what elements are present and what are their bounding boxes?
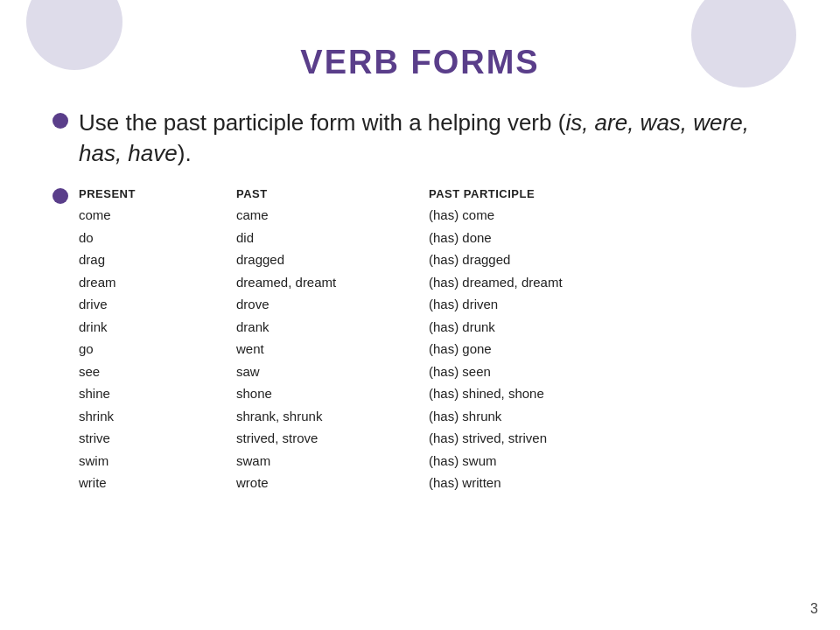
header-past-participle: PAST PARTICIPLE: [429, 185, 674, 204]
page-number: 3: [810, 601, 818, 617]
header-present: PRESENT: [79, 185, 236, 204]
table-row: (has) shined, shone: [429, 382, 674, 405]
table-row: (has) dreamed, dreamt: [429, 271, 674, 294]
table-row: strived, strove: [236, 427, 429, 450]
table-row: wrote: [236, 472, 429, 494]
verb-table-section: PRESENT PAST PAST PARTICIPLE comecame(ha…: [52, 185, 788, 494]
page-container: VERB FORMS Use the past participle form …: [0, 0, 840, 630]
table-row: (has) swum: [429, 450, 674, 472]
table-row: dream: [79, 271, 236, 294]
table-row: come: [79, 204, 236, 227]
table-row: (has) done: [429, 227, 674, 249]
table-row: go: [79, 338, 236, 360]
table-row: (has) strived, striven: [429, 427, 674, 450]
intro-text: Use the past participle form with a help…: [79, 108, 788, 169]
bullet-icon: [52, 113, 68, 129]
table-row: swim: [79, 450, 236, 472]
table-row: (has) come: [429, 204, 674, 227]
table-row: drove: [236, 293, 429, 316]
verb-table: PRESENT PAST PAST PARTICIPLE comecame(ha…: [79, 185, 674, 494]
table-row: (has) drunk: [429, 316, 674, 339]
table-row: drive: [79, 293, 236, 316]
table-row: dragged: [236, 248, 429, 271]
table-row: came: [236, 204, 429, 227]
table-row: do: [79, 227, 236, 249]
table-row: drag: [79, 248, 236, 271]
table-row: (has) seen: [429, 360, 674, 383]
table-row: drank: [236, 316, 429, 339]
table-row: (has) driven: [429, 293, 674, 316]
table-row: (has) shrunk: [429, 405, 674, 428]
table-bullet-icon: [52, 188, 68, 204]
table-row: shine: [79, 382, 236, 405]
table-row: dreamed, dreamt: [236, 271, 429, 294]
table-row: strive: [79, 427, 236, 450]
intro-bullet-section: Use the past participle form with a help…: [52, 108, 788, 169]
table-row: shrink: [79, 405, 236, 428]
table-row: (has) dragged: [429, 248, 674, 271]
table-row: went: [236, 338, 429, 360]
table-row: shrank, shrunk: [236, 405, 429, 428]
table-row: write: [79, 472, 236, 494]
table-row: see: [79, 360, 236, 383]
table-row: shone: [236, 382, 429, 405]
page-title: VERB FORMS: [52, 44, 788, 81]
table-row: swam: [236, 450, 429, 472]
intro-text-after: ).: [178, 140, 192, 166]
table-row: saw: [236, 360, 429, 383]
table-row: (has) written: [429, 472, 674, 494]
table-row: (has) gone: [429, 338, 674, 360]
intro-text-before: Use the past participle form with a help…: [79, 109, 565, 136]
table-row: did: [236, 227, 429, 249]
header-past: PAST: [236, 185, 429, 204]
table-row: drink: [79, 316, 236, 339]
